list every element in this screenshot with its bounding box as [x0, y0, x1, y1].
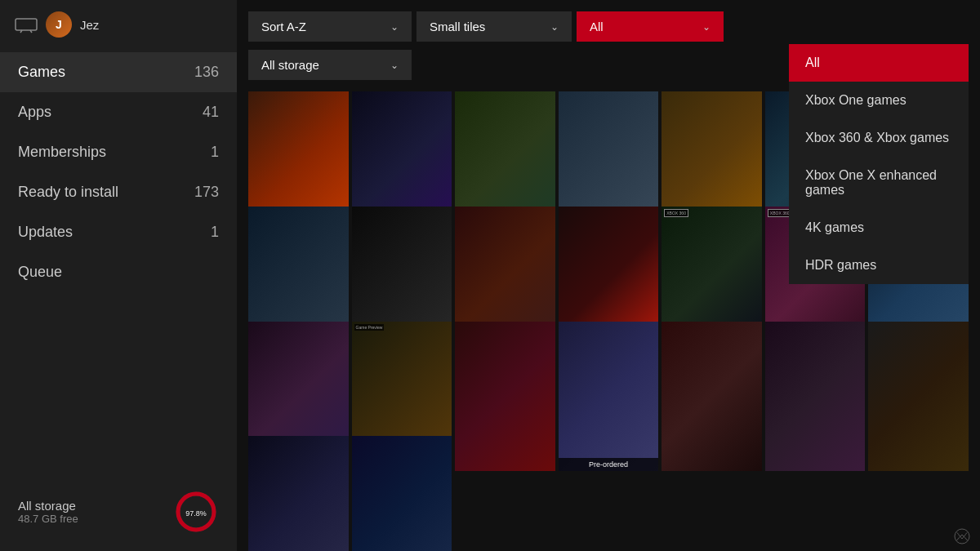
- sidebar-item-apps[interactable]: Apps 41: [0, 92, 237, 132]
- svg-rect-0: [16, 19, 37, 30]
- storage-dropdown[interactable]: All storage ⌄: [248, 50, 412, 80]
- storage-chevron-icon: ⌄: [390, 60, 399, 71]
- nav-games-count: 136: [194, 64, 219, 81]
- nav-updates-count: 1: [211, 224, 219, 241]
- storage-donut: 97.8%: [173, 489, 219, 535]
- nav-memberships-label: Memberships: [18, 144, 106, 161]
- game-tile-destiny1[interactable]: [248, 436, 349, 551]
- filter-chevron-icon: ⌄: [702, 21, 710, 33]
- sidebar-item-queue[interactable]: Queue: [0, 252, 237, 292]
- sidebar-item-updates[interactable]: Updates 1: [0, 212, 237, 252]
- gamepreview-badge: Game Preview: [354, 324, 385, 331]
- filter-menu-item-xbox-one[interactable]: Xbox One games: [789, 82, 969, 119]
- nav-updates-label: Updates: [18, 224, 73, 241]
- storage-label: All storage: [261, 58, 319, 72]
- game-tile-darksiders[interactable]: [765, 322, 866, 472]
- storage-subtitle: 48.7 GB free: [18, 513, 160, 525]
- sidebar: J Jez Games 136 Apps 41 Memberships 1 Re…: [0, 0, 237, 551]
- sort-dropdown[interactable]: Sort A-Z ⌄: [248, 11, 412, 42]
- sidebar-header: J Jez: [0, 0, 237, 49]
- game-tile-darksiders2_dead[interactable]: [662, 322, 762, 472]
- filter-menu-item-all[interactable]: All: [789, 44, 969, 82]
- preorder-badge: Pre-ordered: [559, 458, 659, 471]
- nav-ready-count: 173: [194, 184, 219, 201]
- filter-label: All: [590, 20, 604, 33]
- nav-apps-label: Apps: [18, 104, 51, 121]
- filter-menu-item-xbox-360[interactable]: Xbox 360 & Xbox games: [789, 119, 969, 157]
- filter-menu-item-4k[interactable]: 4K games: [789, 209, 969, 247]
- nav-queue-label: Queue: [18, 264, 62, 281]
- game-tile-crawl[interactable]: [455, 322, 555, 472]
- svg-point-5: [955, 529, 969, 544]
- toolbar-row1: Sort A-Z ⌄ Small tiles ⌄ All ⌄: [237, 0, 980, 50]
- view-chevron-icon: ⌄: [550, 21, 559, 33]
- game-tile-deadbydaylight[interactable]: [868, 322, 969, 472]
- storage-info: All storage 48.7 GB free: [18, 499, 160, 525]
- view-dropdown[interactable]: Small tiles ⌄: [416, 11, 572, 42]
- sort-label: Sort A-Z: [261, 20, 306, 33]
- filter-menu-item-hdr[interactable]: HDR games: [789, 247, 969, 284]
- main-content: Sort A-Z ⌄ Small tiles ⌄ All ⌄ All Xbox …: [237, 0, 980, 551]
- username-label: Jez: [80, 18, 99, 32]
- game-tile-cuphead[interactable]: Pre-ordered: [559, 322, 659, 472]
- avatar: J: [46, 11, 72, 38]
- nav-apps-count: 41: [203, 104, 219, 121]
- donut-percent: 97.8%: [185, 509, 207, 518]
- nav-ready-label: Ready to install: [18, 184, 118, 201]
- view-label: Small tiles: [430, 20, 485, 33]
- sidebar-item-memberships[interactable]: Memberships 1: [0, 132, 237, 172]
- filter-menu-item-xbox-one-x[interactable]: Xbox One X enhanced games: [789, 157, 969, 209]
- sidebar-nav: Games 136 Apps 41 Memberships 1 Ready to…: [0, 49, 237, 473]
- storage-title: All storage: [18, 499, 160, 513]
- sidebar-footer: All storage 48.7 GB free 97.8%: [0, 473, 237, 551]
- game-tile-destiny2[interactable]: [352, 436, 452, 551]
- sidebar-item-ready-to-install[interactable]: Ready to install 173: [0, 172, 237, 212]
- xbox360-badge: XBOX 360: [664, 209, 688, 217]
- xbox-logo: [954, 528, 970, 544]
- sort-chevron-icon: ⌄: [390, 21, 399, 33]
- filter-dropdown[interactable]: All ⌄: [577, 11, 724, 42]
- nav-memberships-count: 1: [211, 144, 219, 161]
- filter-menu: All Xbox One games Xbox 360 & Xbox games…: [789, 44, 969, 284]
- sidebar-item-games[interactable]: Games 136: [0, 52, 237, 92]
- nav-games-label: Games: [18, 64, 65, 81]
- console-icon: [15, 13, 38, 36]
